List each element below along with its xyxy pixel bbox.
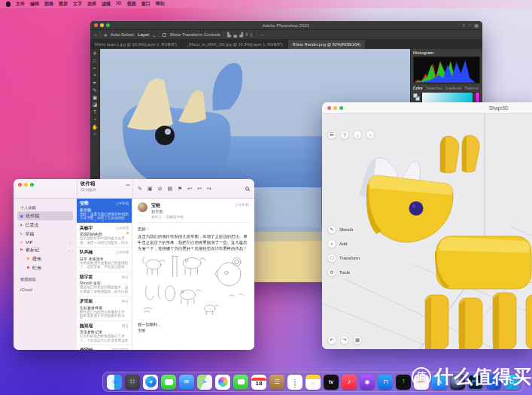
stamp-tool[interactable]: ▣ <box>93 95 97 102</box>
dock-icon-photos[interactable] <box>215 375 230 390</box>
sidebar-item[interactable]: ✎ 草稿 <box>17 229 73 239</box>
message-list-item[interactable]: 康宝怡2021/09/20 会议纪要 上周例会的纪要已经发到共享文件夹，有问题随… <box>77 345 132 350</box>
menu-item[interactable]: 滤镜 <box>102 1 111 8</box>
window-controls[interactable] <box>327 106 343 110</box>
lasso-tool[interactable]: ✂ <box>93 65 96 72</box>
home-icon[interactable]: ⌂ <box>94 32 97 37</box>
tool-icon[interactable]: + <box>327 239 336 248</box>
hand-tool[interactable]: ✋ <box>92 124 98 131</box>
sidebar-item[interactable]: iCloud <box>17 286 73 293</box>
gradient-tool[interactable]: ◪ <box>93 102 97 108</box>
dock-icon-stocks[interactable]: ⤴ <box>396 375 411 390</box>
zoom-tool[interactable]: ○ <box>93 131 96 138</box>
tool-icon[interactable]: ⚙ <box>327 268 336 277</box>
message-list-item[interactable]: 罗世超昨天 包装素材终稿 附件是打包好的全部素材文件，如果需要源文件的话随时告诉… <box>77 296 132 321</box>
sidebar-item[interactable]: ⚑ 橙色 <box>17 254 73 263</box>
shapr-import[interactable]: ↓ <box>353 130 362 139</box>
menu-item[interactable]: 图像 <box>44 1 53 8</box>
message-list-item[interactable]: 宝唯上午9:41 新草图 您好：这是为我们的项目绘制的几张草图，体现了之前说的想… <box>77 199 132 223</box>
mail-toolbar-archive[interactable]: ▣ <box>147 186 153 192</box>
dock-icon-launchpad[interactable]: ∷ <box>125 375 140 390</box>
shapr-help[interactable]: ? <box>340 130 349 139</box>
color-panel-tab[interactable]: Patterns <box>464 86 479 90</box>
dock-icon-tv[interactable]: tv <box>324 375 339 390</box>
shapr-undo[interactable]: ↶ <box>327 336 336 345</box>
dock-icon-notes[interactable]: ≡ <box>306 375 321 390</box>
window-controls[interactable] <box>94 23 110 27</box>
sidebar-item[interactable]: ⚑ 被标记 ⌄ <box>17 245 73 254</box>
dock-icon-contacts[interactable]: ☰ <box>269 375 284 390</box>
sidebar-item[interactable]: ⚑ 红色 <box>17 263 73 272</box>
message-list-item[interactable]: 高畅宇上午9:03 星期四的构想 历史的纹样和中国传统文化灵感，值得一试的特别配… <box>77 223 132 248</box>
dock-icon-music[interactable]: ♪ <box>342 375 357 390</box>
search-icon[interactable] <box>245 187 249 190</box>
sidebar-item[interactable]: ➤ 已发送 <box>17 220 73 229</box>
disclosure-chevron[interactable]: ⌄ <box>68 248 71 252</box>
marquee-tool[interactable]: □ <box>93 58 96 65</box>
move-tool[interactable]: ✛ <box>93 50 96 57</box>
menu-item[interactable]: 帮助 <box>156 1 165 8</box>
dock-icon-reminders[interactable]: ⋮ <box>287 375 302 390</box>
dock-icon-maps[interactable]: ➢ <box>197 375 212 390</box>
menu-item[interactable]: 文件 <box>16 1 25 8</box>
dock-icon-finder[interactable]: ☺ <box>107 375 122 390</box>
shapr-redo[interactable]: ↷ <box>340 336 349 345</box>
menu-item[interactable]: 图层 <box>59 1 68 8</box>
window-controls[interactable] <box>18 183 72 187</box>
tool-transform[interactable]: ⬡ Transform <box>327 254 360 263</box>
mail-toolbar-delete[interactable]: ⊘ <box>158 186 163 192</box>
menu-item[interactable]: 视图 <box>127 1 136 8</box>
document-tab[interactable]: Rhino scan 1.jpg @ 33.3%(Layer 1, RGB/8*… <box>90 40 182 49</box>
sidebar-item[interactable]: ▣ 收件箱 <box>17 211 73 220</box>
sketch-attachment[interactable] <box>138 254 249 317</box>
document-tab[interactable]: _Rhino_to_MAX_OK.jpg @ 33.3%(Layer 1, RG… <box>182 40 288 49</box>
shape-tool[interactable]: ◔ <box>93 117 96 123</box>
dock-icon-messages[interactable] <box>161 375 176 390</box>
align-icons[interactable]: ▙ ▄ ▟ ⫴ ⫵ <box>227 32 253 38</box>
color-panel-tab[interactable]: Gradients <box>445 86 462 90</box>
tool-icon[interactable]: ✎ <box>327 225 336 234</box>
mail-toolbar-forward[interactable]: ↪ <box>207 186 211 192</box>
mail-toolbar-flag[interactable]: ⚑ <box>178 186 182 192</box>
dock-icon-keynote[interactable]: ⊓ <box>378 375 393 390</box>
message-list-item[interactable]: 陆宇宸昨天 ShopUI 途程 视觉稿已经更新到最新版本，这次调整了按钮的圆角，… <box>77 272 132 297</box>
dock-icon-podcasts[interactable]: ◉ <box>360 375 375 390</box>
filter-icon[interactable]: ≔ <box>126 182 130 187</box>
dock-icon-mail[interactable]: ✉ <box>179 375 194 390</box>
color-panel-tab[interactable]: Color <box>413 86 423 90</box>
auto-select-caret[interactable]: ⌄ <box>152 32 156 38</box>
tool-add[interactable]: + Add <box>327 239 360 248</box>
menu-item[interactable]: 编辑 <box>30 1 39 8</box>
sender-avatar[interactable] <box>138 202 147 212</box>
shapr3d-viewport[interactable]: ☰?↓↑ ✎ Sketch + Add ⬡ Transform <box>322 114 532 349</box>
sidebar-item[interactable]: 智能邮箱 <box>17 275 73 283</box>
crop-tool[interactable]: ⌖ <box>93 72 96 79</box>
move-tool-icon[interactable]: ✛ <box>104 32 108 38</box>
brush-tool[interactable]: ✎ <box>93 87 96 94</box>
menu-item[interactable]: 窗口 <box>141 1 150 8</box>
dock-icon-safari[interactable]: ➤ <box>143 375 158 390</box>
shapr-grid-settings[interactable]: ▦ <box>353 336 362 345</box>
ps-titlebar-share[interactable]: ⇧ <box>462 23 466 28</box>
menu-item[interactable]: 3D <box>116 1 122 8</box>
shapr-export[interactable]: ↑ <box>366 130 375 139</box>
mail-toolbar-compose[interactable]: ✎ <box>138 186 142 192</box>
mail-toolbar-reply[interactable]: ↩ <box>187 186 192 192</box>
shapr-menu[interactable]: ☰ <box>327 130 336 139</box>
tool-tools[interactable]: ⚙ Tools <box>327 268 360 277</box>
auto-select-value[interactable]: Layer <box>138 32 149 37</box>
dock-icon-calendar[interactable]: 18 <box>251 375 266 390</box>
histogram-panel-title[interactable]: Histogram <box>413 50 480 55</box>
color-panel-tab[interactable]: Swatches <box>426 86 442 90</box>
menu-item[interactable]: 文字 <box>73 1 82 8</box>
ps-titlebar-search[interactable]: ○ <box>469 23 472 28</box>
message-list-item[interactable]: 队风楠上午8:46 日常·收集清单 本周收集的灵感素材已经整理好了，记得查收，不… <box>77 248 132 272</box>
type-tool[interactable]: T <box>93 109 96 116</box>
tool-icon[interactable]: ⬡ <box>327 254 336 263</box>
mail-toolbar-reply-all[interactable]: ↩ <box>197 186 202 192</box>
disclosure-chevron[interactable]: › <box>69 240 71 245</box>
ps-titlebar-workspace[interactable]: ▦ <box>474 23 479 28</box>
document-tab[interactable]: Rhino Render.png @ 62%(RGB/16#) <box>288 40 366 49</box>
tool-sketch[interactable]: ✎ Sketch <box>327 225 360 234</box>
dock-icon-facetime[interactable] <box>233 375 248 390</box>
